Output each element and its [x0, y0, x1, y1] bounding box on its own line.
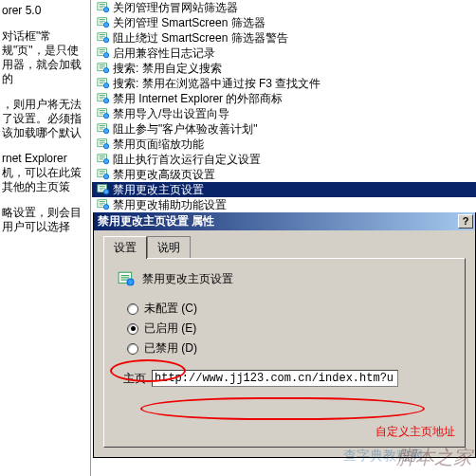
policy-heading: 禁用更改主页设置 [142, 271, 233, 287]
svg-point-27 [103, 205, 108, 210]
svg-point-21 [103, 159, 108, 164]
policy-list-item[interactable]: 禁用更改主页设置 [92, 182, 476, 197]
policy-list-item[interactable]: 搜索: 禁用在浏览器中通过按 F3 查找文件 [92, 76, 476, 91]
policy-list-item[interactable]: 阻止绕过 SmartScreen 筛选器警告 [92, 30, 476, 46]
policy-list-item[interactable]: 搜索: 禁用自定义搜索 [92, 61, 476, 76]
svg-point-3 [103, 23, 108, 27]
help-button[interactable]: ? [458, 214, 473, 229]
policy-item-label: 搜索: 禁用在浏览器中通过按 F3 查找文件 [113, 76, 476, 92]
policy-item-label: 禁用更改辅助功能设置 [113, 197, 476, 213]
policy-item-label: 禁用更改主页设置 [113, 182, 476, 198]
policy-list-item[interactable]: 禁用页面缩放功能 [92, 137, 476, 152]
tab-explain[interactable]: 说明 [147, 236, 191, 259]
policy-item-label: 禁用更改高级页设置 [113, 167, 476, 183]
policy-item-label: 关闭管理 SmartScreen 筛选器 [113, 15, 476, 31]
desc-line: rnet Explorer 机，可以在此策其他的主页策 [2, 152, 88, 194]
policy-item-icon [96, 107, 111, 120]
svg-point-25 [103, 190, 108, 194]
desc-line: 对话框"常规"页"，是只使用器，就会加载的 [2, 29, 88, 86]
policy-list-item[interactable]: 启用兼容性日志记录 [92, 46, 476, 61]
policy-item-icon [96, 62, 111, 75]
svg-point-29 [127, 279, 134, 285]
desc-line: ，则用户将无法了设置。必须指该加载哪个默认 [2, 98, 88, 140]
policy-list-item[interactable]: 关闭管理 SmartScreen 筛选器 [92, 15, 476, 30]
policy-item-label: 禁用导入/导出设置向导 [113, 106, 476, 122]
svg-point-15 [103, 114, 108, 119]
homepage-label: 主页 [123, 371, 146, 387]
policy-list-item[interactable]: 禁用 Internet Explorer 的外部商标 [92, 91, 476, 106]
policy-item-icon [96, 168, 111, 181]
policy-item-icon [96, 122, 111, 136]
policy-list[interactable]: 关闭管理仿冒网站筛选器关闭管理 SmartScreen 筛选器阻止绕过 Smar… [92, 0, 476, 212]
svg-point-23 [103, 174, 108, 179]
tab-settings[interactable]: 设置 [103, 236, 147, 259]
radio-enabled[interactable]: 已启用 (E) [127, 320, 451, 337]
properties-dialog: 禁用更改主页设置 属性 ? 设置 说明 禁用更改主页设置 未配置 (C) 已启用… [93, 212, 476, 458]
annotation-label: 自定义主页地址 [375, 424, 455, 440]
policy-list-item[interactable]: 禁用导入/导出设置向导 [92, 106, 476, 121]
svg-point-11 [103, 83, 108, 88]
policy-list-item[interactable]: 关闭管理仿冒网站筛选器 [92, 0, 476, 15]
policy-item-icon [96, 183, 111, 196]
policy-list-item[interactable]: 禁用更改辅助功能设置 [92, 197, 476, 212]
tab-strip: 设置 说明 [94, 230, 475, 259]
svg-point-17 [103, 129, 108, 134]
policy-list-item[interactable]: 禁用更改高级页设置 [92, 167, 476, 182]
policy-item-icon [96, 31, 111, 45]
desc-line: orer 5.0 [2, 4, 88, 18]
homepage-input[interactable] [152, 370, 398, 387]
policy-item-label: 阻止执行首次运行自定义设置 [113, 152, 476, 168]
policy-list-item[interactable]: 阻止执行首次运行自定义设置 [92, 152, 476, 167]
policy-item-icon [96, 16, 111, 29]
policy-item-label: 禁用页面缩放功能 [113, 137, 476, 153]
radio-disabled[interactable]: 已禁用 (D) [127, 340, 451, 357]
radio-not-configured[interactable]: 未配置 (C) [127, 301, 451, 317]
policy-item-label: 禁用 Internet Explorer 的外部商标 [113, 91, 476, 107]
policy-item-icon [96, 1, 111, 14]
policy-item-label: 阻止参与"客户体验改善计划" [113, 121, 476, 137]
policy-item-icon [96, 46, 111, 60]
svg-point-1 [103, 8, 108, 12]
svg-point-13 [103, 99, 108, 103]
dialog-title-text: 禁用更改主页设置 属性 [98, 212, 214, 230]
policy-item-label: 关闭管理仿冒网站筛选器 [113, 0, 476, 16]
desc-line: 略设置，则会目用户可以选择 [2, 206, 88, 234]
policy-item-label: 启用兼容性日志记录 [113, 46, 476, 62]
policy-list-item[interactable]: 阻止参与"客户体验改善计划" [92, 121, 476, 137]
policy-icon [118, 270, 135, 287]
svg-point-9 [103, 68, 108, 73]
policy-item-label: 搜索: 禁用自定义搜索 [113, 61, 476, 77]
description-panel: orer 5.0 对话框"常规"页"，是只使用器，就会加载的 ，则用户将无法了设… [0, 0, 91, 476]
svg-point-7 [103, 53, 108, 58]
svg-point-5 [103, 38, 108, 43]
watermark-text: 查字典教程网 [343, 448, 423, 465]
dialog-titlebar: 禁用更改主页设置 属性 ? [94, 212, 475, 230]
policy-item-icon [96, 92, 111, 105]
policy-item-icon [96, 77, 111, 90]
policy-item-label: 阻止绕过 SmartScreen 筛选器警告 [113, 30, 476, 46]
policy-item-icon [96, 153, 111, 166]
svg-point-19 [103, 144, 108, 149]
policy-item-icon [96, 137, 111, 151]
annotation-oval-icon [140, 397, 425, 420]
tab-body: 禁用更改主页设置 未配置 (C) 已启用 (E) 已禁用 (D) 主页 自定义主… [103, 258, 466, 448]
policy-item-icon [96, 198, 111, 211]
